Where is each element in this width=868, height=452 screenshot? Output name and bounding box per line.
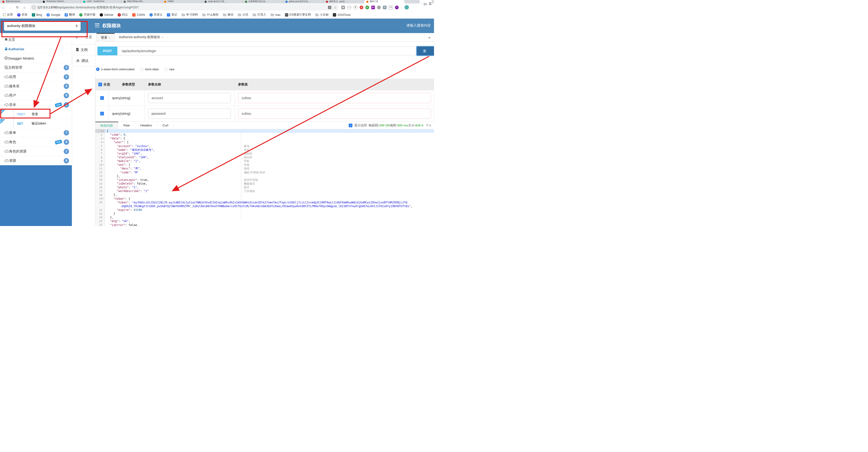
doc-side-tab-调试[interactable]: 调试 [72,55,95,66]
gutter[interactable]: 8 [95,156,105,159]
row-checkbox[interactable]: ✓ [100,96,104,100]
browser-tab[interactable]: https://blog.csdn… [121,0,162,3]
bookmark-item[interactable]: 小目标 [315,13,329,17]
gutter[interactable]: 12 [95,171,105,174]
bookmark-item[interactable]: bBing [32,13,42,17]
address-bar[interactable]: i 127.0.0.1:8760/api/gate/doc.html#/auth… [30,4,339,10]
bookmark-star-icon[interactable]: ☆ [334,6,337,9]
rp-extension-icon[interactable]: RP [371,6,375,9]
bookmark-item[interactable]: G码云 [118,13,128,17]
browser-tab[interactable]: Land - JumpServer [81,0,121,3]
gutter[interactable]: 9 [95,159,105,163]
bookmark-item[interactable]: ✎笔记 [167,13,177,17]
response-body-editor[interactable]: 1▾{2 "code": 0,3▾ "data": {4▾ "user": {5… [95,129,434,226]
bookmark-item[interactable]: 应用 [3,13,13,17]
bookmark-item[interactable]: GGoogle [46,13,60,17]
collapse-left-icon[interactable]: « [72,33,81,41]
endpoint-POST-登录[interactable]: NEWPOST登录 [0,110,72,119]
body-type-radio-raw[interactable]: raw [164,67,174,71]
brackets-extension-icon[interactable]: {…} [347,5,351,9]
fold-arrow-icon[interactable]: ▾ [102,141,104,143]
menu-icon[interactable] [95,24,99,27]
gutter[interactable]: 20 [95,201,105,204]
gutter[interactable]: 4▾ [95,140,105,144]
row-checkbox[interactable]: ✓ [100,112,104,115]
fold-arrow-icon[interactable]: ▾ [102,130,104,132]
gutter[interactable]: 25 [95,223,105,226]
select-all-checkbox[interactable]: ✓ [98,83,102,86]
sidebar-item-角色[interactable]: API角色NEW8 [0,138,72,147]
gutter[interactable]: 2 [95,133,105,137]
viewer-extension-icon[interactable]: ★ [360,6,363,9]
capture-extension-icon[interactable]: ▣ [341,6,345,9]
other-bookmarks[interactable]: 其 [420,0,432,7]
home-icon[interactable]: ⌂ [21,5,28,9]
response-tab-Raw[interactable]: Raw [118,122,135,129]
gutter[interactable]: 16 [95,186,105,189]
fold-arrow-icon[interactable]: ▾ [102,198,104,200]
body-type-radio-form-data[interactable]: form-data [140,67,158,71]
gutter[interactable]: 22 [95,212,105,216]
profile-avatar[interactable] [404,5,409,9]
show-desc-checkbox[interactable]: ✓ [349,123,352,127]
close-icon[interactable]: × [162,36,163,39]
translate-icon[interactable]: 文 [328,6,331,9]
bookmark-item[interactable]: △百度云 [150,13,163,17]
bookmark-item[interactable]: 什么都有 [202,13,218,17]
down-arrow-extension-icon[interactable]: ▼ [383,6,386,9]
sidebar-item-主页[interactable]: 主页 [0,35,72,45]
fold-arrow-icon[interactable]: ▾ [102,138,104,140]
browser-tab[interactable]: Habbo [162,0,202,3]
send-button[interactable]: 发 [416,46,434,56]
sidebar-item-Authorize[interactable]: Authorize [0,45,72,54]
bookmark-item[interactable]: C开源中国 [79,13,95,17]
site-info-icon[interactable]: i [32,6,36,9]
tab-主页[interactable]: 主页 [81,33,96,41]
param-name-input[interactable] [148,93,231,103]
browser-tab[interactable]: 插件导入（pack）… [323,0,364,3]
browser-tab[interactable]: Temporary Interact… [40,0,81,3]
sidebar-item-应用[interactable]: API应用5 [0,73,72,82]
bookmark-item[interactable]: mac [271,13,281,17]
bookmark-item[interactable]: 微信 [223,13,234,17]
browser-tab[interactable]: github pack文件大全… [283,0,323,3]
bookmark-item[interactable]: ESES搜索引擎文档 [285,13,311,17]
module-select[interactable]: authority-权限模块 [4,21,81,31]
bookmark-item[interactable]: 10241024Tools [333,13,350,17]
gutter[interactable]: 3▾ [95,137,105,140]
response-tab-响应内容[interactable]: 响应内容 [95,122,118,129]
param-name-input[interactable] [148,109,231,119]
pinwheel-extension-icon[interactable]: ✳ [395,6,399,9]
browser-tab[interactable]: 图床工具 [364,0,404,3]
gutter[interactable]: 1▾ [95,129,105,133]
header-search-input[interactable]: 请输入搜索内容 [406,23,431,28]
gutter[interactable]: 10▾ [95,163,105,167]
param-value-input[interactable] [238,93,431,103]
translate-en-extension-icon[interactable]: 英 [353,5,358,9]
response-tab-Headers[interactable]: Headers [135,122,157,129]
bookmark-item[interactable]: 已导入 [253,13,266,17]
bookmark-item[interactable]: 译翻译 [65,13,75,17]
param-value-input[interactable] [238,109,431,119]
sidebar-item-服务表[interactable]: API服务表6 [0,82,72,91]
gutter[interactable]: 21 [95,208,105,212]
expand-icon[interactable]: ⇱⇲ [426,123,431,127]
body-type-radio-x-www-form-urlencoded[interactable]: x-www-form-urlencoded [96,67,134,71]
forward-icon[interactable]: → [7,5,14,9]
gutter[interactable]: 7 [95,152,105,156]
endpoint-GET-验证token[interactable]: NEWGET验证token [0,119,72,128]
tab-登录[interactable]: 登录× [96,33,115,41]
gutter[interactable]: 24 [95,219,105,223]
response-tab-Curl[interactable]: Curl [157,122,174,129]
reload-icon[interactable]: ↻ [14,5,21,9]
bookmark-item[interactable]: 公司 [238,13,248,17]
sidebar-item-文档管理[interactable]: 文档管理3 [0,63,72,73]
sidebar-item-资源[interactable]: API资源6 [0,156,72,166]
ring-extension-icon[interactable]: ◯ [377,6,381,9]
browser-tab[interactable]: Node 命令行工具… [202,0,243,3]
bookmark-item[interactable]: 百百度 [17,13,27,17]
gutter[interactable]: 19▾ [95,197,105,201]
gutter[interactable]: 15 [95,182,105,186]
sidebar-item-用户[interactable]: API用户9 [0,91,72,100]
gutter[interactable]: 18 [95,193,105,197]
